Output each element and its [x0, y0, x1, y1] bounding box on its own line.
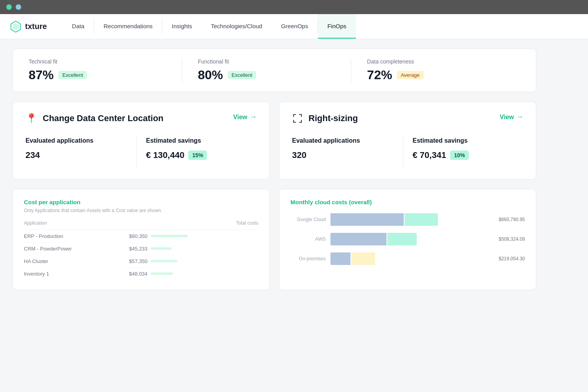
app-name-cell: HA Cluster: [24, 255, 129, 267]
cost-value: $80,350: [129, 233, 147, 239]
cost-value: $48,034: [129, 271, 147, 277]
right-sizing-view-label: View: [500, 114, 514, 121]
table-row: ERP - Production $80,350: [24, 230, 258, 242]
cost-bar-cell: $45,233: [129, 246, 258, 252]
col-app-header: Application: [24, 220, 129, 230]
app-name-cell: ERP - Production: [24, 230, 129, 242]
content: Technical fit 87% Excellent Functional f…: [0, 39, 549, 299]
technical-fit-value-row: 87% Excellent: [29, 68, 174, 82]
right-sizing-stat-divider: [403, 137, 403, 168]
app-cost-cell: $48,034: [129, 267, 258, 280]
cost-per-app-title: Cost per application: [24, 199, 258, 205]
data-completeness-label: Data completeness: [367, 58, 512, 65]
app-cost-cell: $57,350: [129, 255, 258, 267]
bar-label: AWS: [290, 236, 326, 242]
bar-yellow: [351, 252, 375, 265]
nav-item-greenops[interactable]: GreenOps: [272, 14, 318, 39]
bar-blue: [330, 252, 350, 265]
cost-per-app-card: Cost per application Only Applications t…: [13, 189, 270, 290]
change-dc-savings-stat: Estimated savings € 130,440 15%: [146, 137, 257, 161]
change-dc-apps-value-row: 234: [25, 150, 127, 160]
change-dc-arrow-icon: →: [250, 113, 257, 121]
right-sizing-view-link[interactable]: View →: [500, 113, 523, 121]
cloud-costs-card: Monthly cloud costs (overall) Google Clo…: [279, 189, 536, 290]
bar-chart: Google Cloud $660,790.95 AWS $508,324.09…: [290, 213, 525, 265]
change-dc-stats: Evaluated applications 234 Estimated sav…: [25, 137, 257, 168]
cost-value: $45,233: [129, 246, 147, 252]
nav-item-data[interactable]: Data: [63, 14, 94, 39]
fit-card: Technical fit 87% Excellent Functional f…: [13, 49, 536, 92]
bar-blue: [330, 213, 404, 226]
cost-bar-cell: $80,350: [129, 233, 258, 239]
right-sizing-title-row: Right-sizing: [292, 113, 358, 124]
table-row: CRM - PowderPower $45,233: [24, 242, 258, 255]
nav-item-finops[interactable]: FinOps: [318, 14, 356, 39]
cost-value: $57,350: [129, 258, 147, 264]
change-dc-title: Change Data Center Location: [43, 113, 163, 124]
bar-row: Google Cloud $660,790.95: [290, 213, 525, 226]
cost-table: Application Total costs ERP - Production…: [24, 220, 258, 280]
logo-icon: [9, 20, 22, 33]
change-dc-savings-label: Estimated savings: [146, 137, 248, 145]
technical-fit-label: Technical fit: [29, 58, 174, 65]
right-sizing-title: Right-sizing: [309, 113, 358, 124]
resize-icon: [292, 113, 303, 124]
table-row: HA Cluster $57,350: [24, 255, 258, 267]
cost-bar-cell: $48,034: [129, 271, 258, 277]
rec-row: 📍 Change Data Center Location View → Eva…: [13, 102, 536, 180]
data-completeness-section: Data completeness 72% Average: [351, 58, 520, 82]
bar-track: [330, 252, 494, 265]
right-sizing-card: Right-sizing View → Evaluated applicatio…: [279, 102, 536, 180]
cost-per-app-subtitle: Only Applications that contain Assets wi…: [24, 208, 258, 213]
svg-marker-1: [13, 23, 19, 30]
bar-value: $660,790.95: [499, 217, 525, 222]
bar-track: [330, 213, 494, 226]
bar-label: On-premises: [290, 256, 326, 261]
nav: txture Data Recommendations Insights Tec…: [0, 14, 588, 39]
bar-row: AWS $508,324.09: [290, 233, 525, 245]
bar-blue: [330, 233, 387, 245]
bar-green: [405, 213, 438, 226]
bar-value: $219,054.30: [499, 256, 525, 261]
functional-fit-value-row: 80% Excellent: [198, 68, 343, 82]
change-dc-view-label: View: [233, 114, 247, 121]
change-dc-view-link[interactable]: View →: [233, 113, 257, 121]
app-cost-cell: $45,233: [129, 242, 258, 255]
nav-item-technologies[interactable]: Technologies/Cloud: [201, 14, 272, 39]
app-name-cell: CRM - PowderPower: [24, 242, 129, 255]
change-dc-title-row: 📍 Change Data Center Location: [25, 113, 163, 124]
top-bar: [0, 0, 588, 14]
cost-bar-cell: $57,350: [129, 258, 258, 264]
right-sizing-apps-label: Evaluated applications: [292, 137, 394, 145]
nav-item-insights[interactable]: Insights: [162, 14, 201, 39]
bar-green: [387, 233, 417, 245]
cost-bar: [151, 272, 173, 275]
cost-bar: [151, 235, 188, 237]
dot2: [16, 4, 21, 10]
col-cost-header: Total costs: [129, 220, 258, 230]
right-sizing-header: Right-sizing View →: [292, 113, 523, 124]
cost-bar: [151, 260, 177, 262]
right-sizing-arrow-icon: →: [516, 113, 523, 121]
logo[interactable]: txture: [9, 20, 47, 33]
change-dc-savings-value-row: € 130,440 15%: [146, 150, 248, 160]
right-sizing-apps-value: 320: [292, 150, 307, 160]
right-sizing-savings-value: € 70,341: [413, 150, 446, 160]
app-name-cell: Inventory 1: [24, 267, 129, 280]
change-dc-savings-value: € 130,440: [146, 150, 185, 160]
table-row: Inventory 1 $48,034: [24, 267, 258, 280]
right-sizing-stats: Evaluated applications 320 Estimated sav…: [292, 137, 523, 168]
technical-fit-badge: Excellent: [58, 71, 87, 79]
cloud-costs-title: Monthly cloud costs (overall): [290, 199, 525, 205]
bottom-row: Cost per application Only Applications t…: [13, 189, 536, 290]
data-completeness-badge: Average: [397, 71, 423, 79]
bar-label: Google Cloud: [290, 217, 326, 222]
functional-fit-badge: Excellent: [228, 71, 256, 79]
nav-item-recommendations[interactable]: Recommendations: [94, 14, 162, 39]
data-completeness-value-row: 72% Average: [367, 68, 512, 82]
change-dc-header: 📍 Change Data Center Location View →: [25, 113, 257, 124]
bar-track: [330, 233, 494, 245]
app-cost-cell: $80,350: [129, 230, 258, 242]
right-sizing-savings-stat: Estimated savings € 70,341 10%: [413, 137, 524, 161]
technical-fit-section: Technical fit 87% Excellent: [29, 58, 182, 82]
